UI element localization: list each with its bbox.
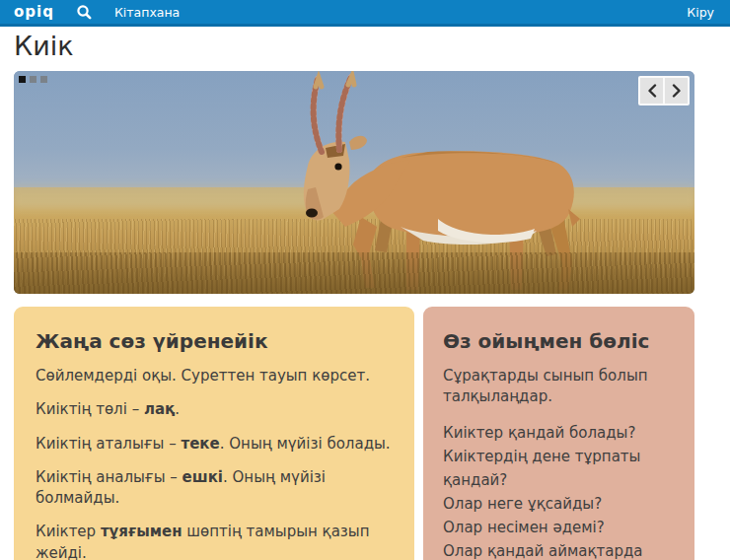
carousel-prev-button[interactable] <box>640 78 663 104</box>
carousel-indicators <box>19 76 47 83</box>
discuss-question: Олар неге ұқсайды? <box>443 492 675 516</box>
nav-item-login[interactable]: Кіру <box>687 5 714 20</box>
carousel-indicator[interactable] <box>40 76 47 83</box>
discuss-question: Киіктер қандай болады? <box>443 421 675 445</box>
discuss-card-title: Өз ойыңмен бөліс <box>443 329 675 353</box>
search-button[interactable] <box>76 4 93 21</box>
chevron-left-icon <box>647 84 657 98</box>
vocab-sentence: Киіктің аналығы – ешкі. Оның мүйізі болм… <box>36 467 393 510</box>
vocab-sentence: Киіктің аталығы – теке. Оның мүйізі бола… <box>36 434 393 455</box>
carousel-indicator[interactable] <box>30 76 36 83</box>
discuss-question: Олар несімен әдемі? <box>443 516 675 539</box>
image-carousel <box>14 71 694 294</box>
discuss-question: Олар қандай аймақтарда тіршілік етеді? <box>443 539 675 560</box>
search-icon <box>76 4 93 21</box>
carousel-nav <box>638 76 690 105</box>
vocab-sentence: Киіктер тұяғымен шөптің тамырын қазып же… <box>36 522 393 560</box>
discuss-card: Өз ойыңмен бөліс Сұрақтарды сынып болып … <box>423 307 694 560</box>
vocab-sentences: Сөйлемдерді оқы. Суреттен тауып көрсет.К… <box>36 366 393 560</box>
photo-foreground-grass <box>14 252 694 294</box>
vocab-card: Жаңа сөз үйренейік Сөйлемдерді оқы. Суре… <box>14 307 414 560</box>
discuss-questions: Киіктер қандай болады?Киіктердің дене тұ… <box>443 421 675 560</box>
discuss-question: Киіктердің дене тұрпаты қандай? <box>443 445 675 492</box>
chevron-right-icon <box>672 84 682 98</box>
carousel-next-button[interactable] <box>665 78 688 104</box>
page-title: Киік <box>14 32 730 61</box>
vocab-sentence: Сөйлемдерді оқы. Суреттен тауып көрсет. <box>36 366 393 386</box>
nav-item-library[interactable]: Кітапхана <box>114 5 180 20</box>
opiq-logo[interactable]: opiq <box>14 3 54 21</box>
discuss-intro: Сұрақтарды сынып болып талқылаңдар. <box>443 366 675 408</box>
vocab-card-title: Жаңа сөз үйренейік <box>36 329 393 353</box>
top-nav: opiq Кітапхана Кіру <box>0 0 730 27</box>
carousel-indicator[interactable] <box>19 76 26 83</box>
vocab-sentence: Киіктің төлі – лақ. <box>36 399 393 420</box>
saiga-photo <box>14 71 694 294</box>
content-cards: Жаңа сөз үйренейік Сөйлемдерді оқы. Суре… <box>14 307 694 560</box>
